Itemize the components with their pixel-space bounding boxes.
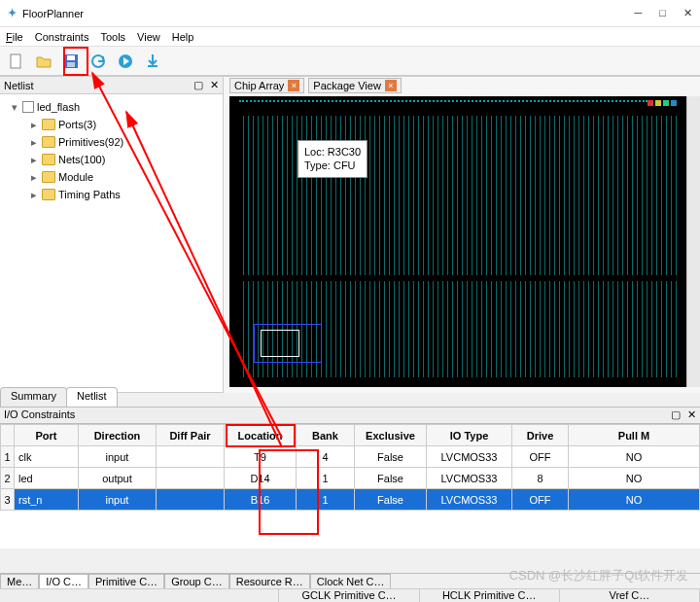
module-icon [22,101,34,113]
svg-rect-0 [11,54,20,68]
panel-float-icon[interactable]: ▢ [671,408,681,422]
cell-tooltip: Loc: R3C30 Type: CFU [298,140,368,178]
status-gclk: GCLK Primitive C… [279,589,419,602]
download-button[interactable] [142,51,163,72]
tab-chip-array[interactable]: Chip Array× [229,78,304,93]
netlist-tree[interactable]: ▾led_flash ▸Ports(3) ▸Primitives(92) ▸Ne… [0,94,223,207]
netlist-panel-title: Netlist [4,80,34,91]
tree-ports[interactable]: ▸Ports(3) [2,116,221,133]
btab-group[interactable]: Group C… [164,574,229,588]
tab-netlist[interactable]: Netlist [66,387,118,407]
folder-icon [42,171,55,183]
left-tabs: Summary Netlist [0,387,117,407]
menu-help[interactable]: Help [172,31,194,43]
new-button[interactable] [6,51,27,72]
panel-close-icon[interactable]: ✕ [210,79,219,91]
menu-constraints[interactable]: Constraints [35,31,89,43]
window-title: FloorPlanner [22,8,635,19]
save-button[interactable] [60,51,82,72]
close-button[interactable]: ✕ [683,7,692,19]
close-icon[interactable]: × [385,80,397,91]
status-hclk: HCLK Primitive C… [420,589,560,602]
io-constraints-title: I/O Constraints [4,408,75,422]
menu-file[interactable]: File [6,31,23,43]
chip-view-panel: Chip Array× Package View× Loc: R3C30 Typ… [224,76,700,393]
tree-primitives[interactable]: ▸Primitives(92) [2,133,221,151]
vertical-scrollbar[interactable] [686,96,700,387]
tree-root[interactable]: ▾led_flash [2,98,221,116]
watermark: CSDN @长沙红胖子Qt软件开发 [509,567,688,584]
minimap[interactable] [254,324,322,363]
folder-icon [42,154,55,165]
run-button[interactable] [115,51,136,72]
app-icon: ✦ [8,7,17,19]
table-row[interactable]: 1clkinputT94FalseLVCMOS33OFFNO [1,446,700,468]
tree-nets[interactable]: ▸Nets(100) [2,151,221,168]
toolbar [0,47,700,76]
status-vref: Vref C… [560,589,700,602]
titlebar: ✦ FloorPlanner ─ □ ✕ [0,0,700,27]
io-constraints-header: I/O Constraints ▢ ✕ [0,407,700,424]
folder-icon [42,119,55,130]
folder-icon [42,136,55,148]
netlist-panel: Netlist ▢ ✕ ▾led_flash ▸Ports(3) ▸Primit… [0,76,224,393]
netlist-panel-header: Netlist ▢ ✕ [0,77,223,94]
btab-message[interactable]: Me… [0,574,39,588]
io-constraints-table[interactable]: PortDirectionDiff PairLocationBankExclus… [0,424,700,549]
table-row-selected[interactable]: 3rst_ninputB161FalseLVCMOS33OFFNO [1,489,700,511]
menu-view[interactable]: View [137,31,160,43]
tree-timing[interactable]: ▸Timing Paths [2,186,221,203]
btab-clock[interactable]: Clock Net C… [310,574,392,588]
btab-primitive[interactable]: Primitive C… [88,574,164,588]
menubar: File Constraints Tools View Help [0,27,700,47]
chip-canvas[interactable]: Loc: R3C30 Type: CFU [229,96,686,387]
btab-resource[interactable]: Resource R… [229,574,310,588]
folder-icon [42,189,55,200]
tree-module[interactable]: ▸Module [2,168,221,186]
btab-io[interactable]: I/O C… [39,574,88,588]
close-icon[interactable]: × [288,80,299,91]
menu-tools[interactable]: Tools [100,31,125,43]
reload-button[interactable] [88,51,109,72]
table-row[interactable]: 2ledoutputD141FalseLVCMOS338NO [1,468,700,489]
panel-close-icon[interactable]: ✕ [687,408,696,422]
panel-float-icon[interactable]: ▢ [193,79,203,91]
table-header-row: PortDirectionDiff PairLocationBankExclus… [1,425,700,446]
svg-rect-2 [67,55,75,60]
minimize-button[interactable]: ─ [635,7,643,19]
tab-summary[interactable]: Summary [0,387,67,407]
tab-package-view[interactable]: Package View× [308,78,402,93]
status-bar: GCLK Primitive C… HCLK Primitive C… Vref… [0,588,700,602]
open-button[interactable] [33,51,54,72]
svg-rect-3 [67,62,75,67]
chip-tabs: Chip Array× Package View× [224,77,700,94]
maximize-button[interactable]: □ [659,7,666,19]
